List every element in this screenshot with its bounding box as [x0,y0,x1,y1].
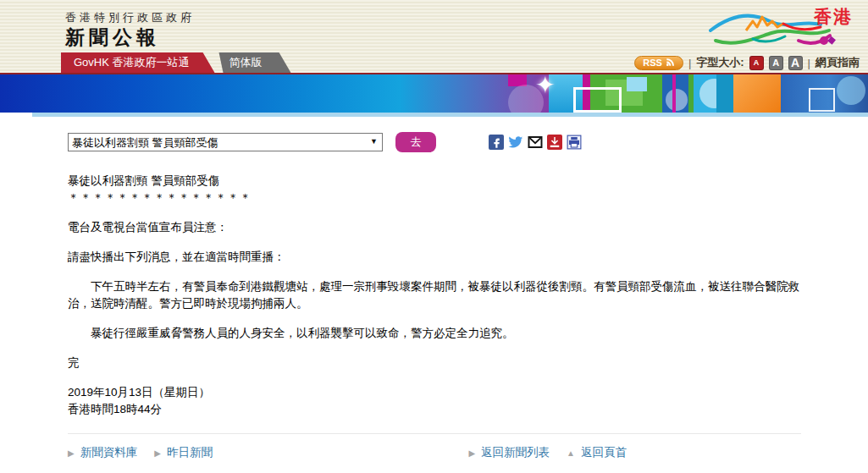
article-date: 2019年10月13日（星期日） [68,384,801,401]
article-title-separator: ＊＊＊＊＊＊＊＊＊＊＊＊＊＊＊ [68,190,801,206]
news-toolbar: 暴徒以利器割頸 警員頸部受傷 ▼ 去 [68,132,868,152]
arrow-right-icon: ▶ [468,448,475,458]
rss-label: RSS [643,58,662,68]
yesterday-news-link[interactable]: ▶昨日新聞 [154,445,213,460]
header-utility-bar: RSS | 字型大小: A A A | 網頁指南 [634,55,860,70]
rss-feed-icon [666,58,675,67]
government-title: 香港特別行政區政府 [65,10,195,25]
article-broadcast-note: 請盡快播出下列消息，並在適當時間重播： [68,249,801,266]
banner-mosaic-block [716,74,733,113]
news-archive-label: 新聞資料庫 [80,446,138,459]
font-size-medium-button[interactable]: A [769,56,783,70]
back-to-top-link[interactable]: ▲返回頁首 [567,445,627,460]
page-title: 新聞公報 [65,25,160,51]
email-share-icon[interactable] [528,135,543,150]
envelope-icon [528,135,543,150]
news-archive-link[interactable]: ▶新聞資料庫 [68,445,137,460]
footer-divider [68,433,801,434]
back-to-top-label: 返回頁首 [581,446,627,459]
back-to-news-list-label: 返回新聞列表 [481,446,550,459]
arrow-right-icon: ▶ [68,448,75,458]
main-content: 暴徒以利器割頸 警員頸部受傷 ▼ 去 [0,117,868,473]
header-tabs: GovHK 香港政府一站通 简体版 [61,52,291,73]
font-size-label: 字型大小: [696,55,744,70]
download-icon [547,135,562,150]
twitter-bird-icon [508,135,523,150]
yesterday-news-label: 昨日新聞 [167,446,213,459]
footer-links-row1: ▶新聞資料庫 ▶昨日新聞 ▶返回新聞列表 ▲返回頁首 [68,445,627,460]
site-guide-link[interactable]: 網頁指南 [815,55,860,70]
brand-wordmark: 香港 [814,5,853,29]
separator: | [808,57,810,69]
banner-mosaic-circle [666,89,688,111]
article-end-mark: 完 [68,355,801,371]
download-share-icon[interactable] [547,135,562,150]
press-release-article: 暴徒以利器割頸 警員頸部受傷 ＊＊＊＊＊＊＊＊＊＊＊＊＊＊＊ 電台及電視台當值宣… [68,173,801,418]
banner-mosaic-block [627,77,647,91]
printer-icon [567,135,582,150]
article-attention-line: 電台及電視台當值宣布員注意： [68,219,801,236]
tab-simplified-chinese[interactable]: 简体版 [207,52,291,73]
banner-sparkle-icon: ✦ [535,74,561,109]
banner-mosaic-outline [809,88,835,112]
share-icons [489,135,582,150]
banner-mosaic-block [672,74,676,113]
article-time: 香港時間18時44分 [68,401,801,418]
go-button[interactable]: 去 [395,132,436,152]
arrow-right-icon: ▶ [154,448,161,458]
article-paragraph: 暴徒行徑嚴重威脅警務人員的人身安全，以利器襲擊可以致命，警方必定全力追究。 [68,325,801,342]
font-size-small-button[interactable]: A [749,56,764,70]
back-to-news-list-link[interactable]: ▶返回新聞列表 [468,445,550,460]
brand-hongkong-logo: 香港 [709,2,854,52]
news-select-wrap: 暴徒以利器割頸 警員頸部受傷 ▼ [68,133,383,151]
print-share-icon[interactable] [567,135,582,150]
rss-button[interactable]: RSS [634,56,683,70]
twitter-share-icon[interactable] [508,135,523,150]
footer-links: ▶新聞資料庫 ▶昨日新聞 ▶返回新聞列表 ▲返回頁首 ▶即日新聞 [68,445,627,473]
separator: | [688,57,691,69]
page-header: 香港特別行政區政府 新聞公報 香港 GovHK 香港政府一站通 简体版 RSS … [0,0,868,74]
article-title: 暴徒以利器割頸 警員頸部受傷 [68,173,801,190]
arrow-up-icon: ▲ [567,448,575,458]
banner-mosaic-circle [837,76,865,105]
footer-links-left: ▶新聞資料庫 ▶昨日新聞 [68,445,213,460]
news-title-select[interactable]: 暴徒以利器割頸 警員頸部受傷 [68,133,383,151]
footer-links-right: ▶返回新聞列表 ▲返回頁首 [468,445,627,460]
tab-govhk[interactable]: GovHK 香港政府一站通 [61,52,215,73]
font-size-large-button[interactable]: A [788,56,803,70]
article-paragraph: 下午五時半左右，有警員奉命到港鐵觀塘站，處理一宗刑事毀壞案件期間，被暴徒以利器從… [68,278,801,312]
facebook-share-icon[interactable] [489,135,504,150]
facebook-icon [489,135,504,150]
theme-banner: ✦ [0,74,868,113]
banner-mosaic-outline [573,87,622,113]
banner-mosaic-block [733,74,781,113]
